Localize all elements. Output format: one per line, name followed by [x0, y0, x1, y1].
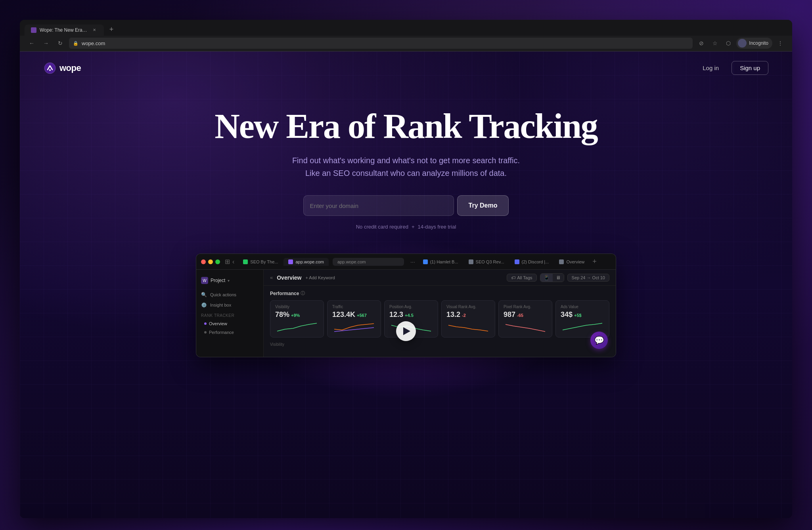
svg-point-0: [44, 63, 56, 74]
sidebar-nav-overview[interactable]: Overview: [196, 319, 263, 328]
performance-dot: [204, 331, 207, 334]
site-navigation: wope Log in Sign up: [20, 51, 792, 84]
domain-input-wrapper[interactable]: [303, 195, 454, 216]
insight-box-icon: ⚙️: [201, 302, 207, 308]
project-label: Project: [211, 278, 225, 283]
browser-tab-active[interactable]: Wope: The New Era Of Rank Tr... ✕: [25, 25, 104, 36]
visibility-label: Visibility: [275, 305, 319, 309]
performance-cards: Visibility 78% +9%: [270, 300, 609, 337]
subtitle-line2: Like an SEO consultant who can analyze m…: [28, 167, 784, 179]
visual-rank-avg-chart: 151: [446, 321, 490, 333]
nav-back-icon[interactable]: ‹: [232, 258, 234, 265]
minimize-traffic-light[interactable]: [208, 259, 213, 264]
cast-icon[interactable]: ⊘: [696, 38, 707, 49]
address-bar[interactable]: 🔒 wope.com: [69, 38, 693, 49]
signup-button[interactable]: Sign up: [732, 61, 768, 75]
app-address-bar[interactable]: app.wope.com: [333, 258, 404, 266]
plus-separator: +: [412, 224, 415, 230]
app-tab-overview[interactable]: Overview: [554, 258, 589, 266]
app-chrome: ⊞ ‹ SEO By The... app.wope.com app.wope.…: [196, 254, 616, 270]
menu-button[interactable]: ⋮: [775, 38, 786, 49]
ads-value-value: 34$ +5$: [561, 311, 604, 319]
app-tab-discord[interactable]: (2) Discord |...: [510, 258, 554, 266]
sidebar-toggle-icon[interactable]: ⊞: [225, 258, 230, 265]
tab-discord-favicon: [515, 259, 519, 264]
tab-seoq3-label: SEO Q3 Rev...: [476, 259, 504, 264]
date-range-selector[interactable]: Sep 24 → Oct 10: [567, 274, 609, 282]
app-tab-hamlet[interactable]: (1) Hamlet B...: [418, 258, 463, 266]
visual-rank-avg-card: Visual Rank Avg. 13.2 -2: [441, 300, 495, 337]
url-text: wope.com: [82, 40, 105, 46]
performance-title: Performance ⓘ: [270, 290, 609, 296]
more-tabs-icon[interactable]: ···: [408, 259, 417, 265]
free-trial-days-text: 14-days free trial: [418, 224, 456, 230]
sidebar-performance-label: Performance: [209, 330, 234, 335]
nav-actions: Log in Sign up: [696, 61, 768, 75]
sidebar-overview-label: Overview: [209, 321, 227, 326]
hero-title: New Era of Rank Tracking: [28, 108, 784, 145]
performance-section: Performance ⓘ Visibility 78% +9%: [264, 286, 616, 341]
tab-overview-favicon: [559, 259, 564, 264]
sidebar-nav-performance[interactable]: Performance: [196, 328, 263, 337]
add-tab-button[interactable]: +: [590, 257, 599, 266]
tag-icon: 🏷: [511, 275, 515, 280]
try-demo-button[interactable]: Try Demo: [457, 195, 509, 216]
site-logo: wope: [44, 62, 81, 74]
avatar: [738, 39, 747, 48]
visual-rank-avg-label: Visual Rank Avg.: [446, 305, 490, 309]
all-tags-filter[interactable]: 🏷 All Tags: [507, 274, 536, 282]
forward-button[interactable]: →: [40, 38, 52, 49]
project-icon: W: [201, 277, 208, 284]
tab-close-button[interactable]: ✕: [91, 27, 98, 33]
extensions-icon[interactable]: ⬡: [723, 38, 734, 49]
close-traffic-light[interactable]: [201, 259, 206, 264]
star-icon[interactable]: ☆: [709, 38, 720, 49]
chat-icon: 💬: [594, 336, 604, 345]
traffic-lights: [201, 259, 220, 264]
tab-overview-label: Overview: [566, 259, 584, 264]
visibility-chart: 2080: [275, 321, 319, 333]
add-keyword-button[interactable]: + Add Keyword: [306, 275, 335, 280]
pixel-rank-avg-delta: -65: [517, 313, 523, 318]
browser-window: Wope: The New Era Of Rank Tr... ✕ + ← → …: [20, 20, 792, 518]
app-tab-seo[interactable]: SEO By The...: [238, 258, 283, 266]
quick-actions-icon: 🔍: [201, 292, 207, 297]
project-chevron: ▾: [228, 278, 230, 283]
back-button[interactable]: ←: [26, 38, 37, 49]
app-tab-wope[interactable]: app.wope.com: [283, 258, 329, 266]
position-avg-delta: +4.5: [405, 313, 414, 318]
sidebar-section-rank-tracker: Rank Tracker: [196, 310, 263, 319]
app-tab-seo-q3[interactable]: SEO Q3 Rev...: [464, 258, 509, 266]
desktop-device-button[interactable]: 🖥: [553, 274, 564, 282]
browser-chrome: Wope: The New Era Of Rank Tr... ✕ + ← → …: [20, 20, 792, 51]
performance-info-icon[interactable]: ⓘ: [301, 290, 305, 296]
tab-hamlet-favicon: [423, 259, 428, 264]
app-main: « Overview + Add Keyword 🏷 All Tags 📱: [264, 270, 616, 357]
sidebar-item-insight-box[interactable]: ⚙️ Insight box: [196, 300, 263, 310]
collapse-sidebar-button[interactable]: «: [270, 275, 273, 280]
header-right: 🏷 All Tags 📱 🖥 Sep 24 → Oct 10: [507, 273, 609, 282]
tab-seo-label: SEO By The...: [250, 259, 278, 264]
overview-dot: [204, 322, 207, 325]
play-triangle-icon: [403, 327, 410, 335]
domain-input[interactable]: [310, 202, 447, 209]
browser-toolbar: ← → ↻ 🔒 wope.com ⊘ ☆ ⬡ Incognito ⋮: [20, 36, 792, 51]
login-button[interactable]: Log in: [696, 61, 725, 74]
sidebar-item-quick-actions[interactable]: 🔍 Quick actions: [196, 290, 263, 300]
refresh-button[interactable]: ↻: [55, 38, 66, 49]
logo-text: wope: [59, 63, 81, 73]
logo-icon: [44, 62, 56, 74]
play-button[interactable]: [396, 321, 416, 341]
visibility-row: Visibility: [264, 341, 616, 348]
pixel-rank-avg-chart: 5001K: [504, 321, 547, 333]
mobile-device-button[interactable]: 📱: [540, 274, 553, 282]
profile-button[interactable]: Incognito: [736, 38, 772, 49]
page-title: Overview: [277, 275, 301, 281]
app-tabs: SEO By The... app.wope.com app.wope.com …: [238, 257, 611, 266]
tab-seo-favicon: [243, 259, 248, 264]
maximize-traffic-light[interactable]: [215, 259, 220, 264]
traffic-label: Traffic: [332, 305, 376, 309]
sidebar-project[interactable]: W Project ▾: [196, 275, 263, 286]
new-tab-button[interactable]: +: [105, 24, 117, 36]
position-avg-label: Position Avg.: [389, 305, 433, 309]
